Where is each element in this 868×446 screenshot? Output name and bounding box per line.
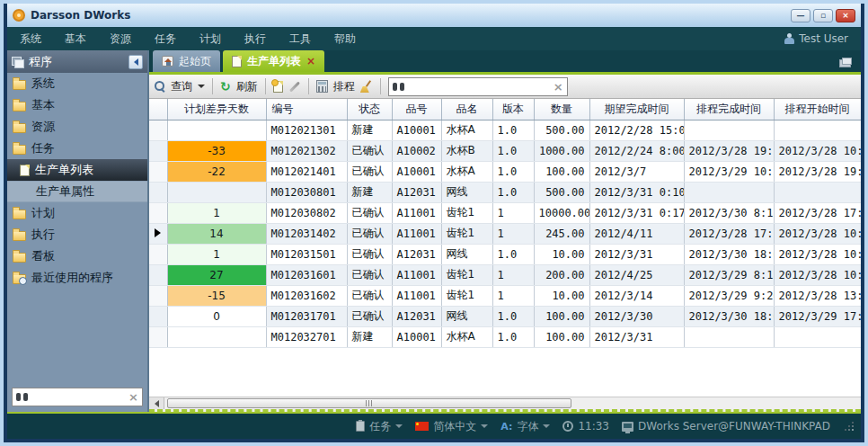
cell-due: 2012/3/31 0:10 (589, 182, 684, 202)
col-header-sched-start[interactable]: 排程开始时间 (774, 99, 861, 120)
sidebar-item-production-order-props[interactable]: 生产单属性 (7, 181, 147, 202)
clock-icon (562, 421, 573, 432)
schedule-button[interactable]: 排程 (333, 79, 355, 94)
col-header-plan-diff-days[interactable]: 计划差异天数 (167, 99, 266, 120)
sidebar-item-kanban[interactable]: 看板 (7, 245, 147, 267)
sidebar-item-resource[interactable]: 资源 (7, 116, 147, 138)
binoculars-icon (393, 83, 404, 91)
col-header-item-name[interactable]: 品名 (441, 99, 492, 120)
clear-search-icon[interactable]: × (128, 391, 138, 403)
cell-diff: -33 (167, 140, 266, 161)
production-order-table: 计划差异天数 编号 状态 品号 品名 版本 数量 期望完成时间 排程完成时间 (149, 99, 861, 348)
sidebar-item-recent-programs[interactable]: 最近使用的程序 (7, 267, 147, 289)
menu-tools[interactable]: 工具 (289, 31, 311, 47)
tab-close-icon[interactable]: × (306, 56, 315, 67)
query-dropdown-icon[interactable] (198, 85, 205, 88)
horizontal-scrollbar[interactable] (149, 397, 861, 412)
row-selector-cell[interactable] (149, 182, 167, 202)
col-header-expected-finish[interactable]: 期望完成时间 (589, 99, 684, 120)
col-header-code[interactable]: 编号 (266, 99, 347, 120)
sidebar-item-plan[interactable]: 计划 (7, 202, 147, 224)
maximize-button[interactable]: ▫ (813, 9, 833, 22)
sidebar-item-system[interactable]: 系统 (7, 73, 147, 94)
cell-pname: 网线 (441, 306, 492, 326)
col-header-status[interactable]: 状态 (347, 99, 392, 120)
clean-broom-icon[interactable] (360, 80, 373, 93)
status-task-menu[interactable]: 任务 (356, 419, 403, 434)
table-row[interactable]: -33M012021302已确认A10002水杯B1.01000.002012/… (149, 140, 861, 161)
menu-execute[interactable]: 执行 (244, 31, 266, 47)
clear-search-icon[interactable]: × (554, 81, 563, 93)
col-header-sched-finish[interactable]: 排程完成时间 (684, 99, 774, 120)
cell-qty: 10.00 (534, 244, 589, 264)
scrollbar-thumb[interactable] (167, 398, 571, 408)
table-row[interactable]: -22M012021401已确认A10001水杯A1.0100.002012/3… (149, 161, 861, 182)
cell-status: 新建 (347, 182, 392, 202)
table-row[interactable]: 14M012031402已确认A11001齿轮11245.002012/4/11… (149, 223, 861, 244)
menu-help[interactable]: 帮助 (334, 31, 356, 47)
current-user[interactable]: Test User (784, 32, 848, 45)
toolbar-search-input[interactable] (408, 80, 550, 93)
refresh-icon: ↻ (220, 80, 231, 93)
menu-plan[interactable]: 计划 (199, 31, 221, 47)
cell-due: 2012/3/31 (589, 244, 684, 264)
scrollbar-track[interactable] (164, 397, 861, 409)
row-selector-cell[interactable] (149, 326, 167, 347)
grid-viewport: 计划差异天数 编号 状态 品号 品名 版本 数量 期望完成时间 排程完成时间 (149, 99, 861, 397)
row-selector-cell[interactable] (149, 285, 167, 306)
row-selector-cell[interactable] (149, 264, 167, 285)
col-header-item-no[interactable]: 品号 (392, 99, 441, 120)
minimize-button[interactable]: — (791, 9, 810, 22)
selected-row-indicator[interactable] (149, 223, 167, 244)
menu-basic[interactable]: 基本 (65, 31, 86, 47)
tab-start-page[interactable]: 起始页 (153, 50, 220, 72)
row-selector-cell[interactable] (149, 161, 167, 182)
table-row[interactable]: M012021301新建A10001水杯A1.0500.002012/2/28 … (149, 120, 861, 140)
table-row[interactable]: 1M012030802已确认A11001齿轮1110000.002012/3/3… (149, 202, 861, 223)
row-selector-cell[interactable] (149, 120, 167, 140)
table-row[interactable]: M012032701新建A10001水杯A1.0100.002012/3/31 (149, 326, 861, 347)
row-selector-cell[interactable] (149, 306, 167, 326)
table-row[interactable]: 1M012031501已确认A12031网线1.010.002012/3/312… (149, 244, 861, 264)
sidebar-item-label: 生产单属性 (36, 183, 94, 200)
cell-pno: A10001 (392, 161, 441, 182)
sidebar-item-task[interactable]: 任务 (7, 138, 147, 159)
resize-grip[interactable] (845, 422, 854, 431)
table-row[interactable]: 0M012031701已确认A12031网线1.0100.002012/3/30… (149, 306, 861, 326)
cell-code: M012031701 (266, 306, 347, 326)
table-row[interactable]: -15M012031602已确认A11001齿轮1110.002012/3/14… (149, 285, 861, 306)
refresh-button[interactable]: 刷新 (236, 79, 258, 94)
clipboard-icon (356, 421, 365, 432)
status-language-menu[interactable]: 简体中文 (415, 419, 488, 434)
sidebar-item-execute[interactable]: 执行 (7, 224, 147, 245)
sidebar-item-label: 任务 (31, 140, 55, 156)
menu-resource[interactable]: 资源 (110, 31, 131, 47)
sidebar-item-basic[interactable]: 基本 (7, 94, 147, 116)
tab-production-order-list[interactable]: 生产单列表 × (223, 50, 324, 72)
sidebar-search-input[interactable] (31, 391, 125, 404)
title-bar[interactable]: Darsson DWorks — ▫ × (7, 4, 861, 27)
row-selector-cell[interactable] (149, 244, 167, 264)
cell-pno: A12031 (392, 182, 441, 202)
status-font-menu[interactable]: A: 字体 (500, 419, 550, 434)
tab-list-icon[interactable] (839, 58, 852, 67)
content-area: 起始页 生产单列表 × 查询 ↻ 刷新 (149, 50, 861, 412)
menu-task[interactable]: 任务 (155, 31, 176, 47)
col-header-qty[interactable]: 数量 (534, 99, 589, 120)
app-window: Darsson DWorks — ▫ × 系统 基本 资源 任务 计划 执行 工… (0, 0, 868, 446)
scroll-left-button[interactable] (149, 397, 164, 409)
row-selector-cell[interactable] (149, 202, 167, 223)
table-row[interactable]: M012030801新建A12031网线1.0500.002012/3/31 0… (149, 182, 861, 202)
edit-pencil-icon[interactable] (289, 81, 300, 92)
close-button[interactable]: × (836, 9, 855, 22)
menu-system[interactable]: 系统 (20, 31, 41, 47)
cell-qty: 10000.00 (534, 202, 589, 223)
col-header-version[interactable]: 版本 (492, 99, 534, 120)
query-button[interactable]: 查询 (171, 79, 192, 94)
sidebar-collapse-button[interactable] (128, 55, 143, 69)
folder-icon (13, 210, 26, 219)
sidebar-item-production-order-list[interactable]: 生产单列表 (7, 159, 147, 181)
table-row[interactable]: 27M012031601已确认A11001齿轮11200.002012/4/25… (149, 264, 861, 285)
row-selector-cell[interactable] (149, 140, 167, 161)
new-document-icon[interactable] (273, 81, 283, 93)
